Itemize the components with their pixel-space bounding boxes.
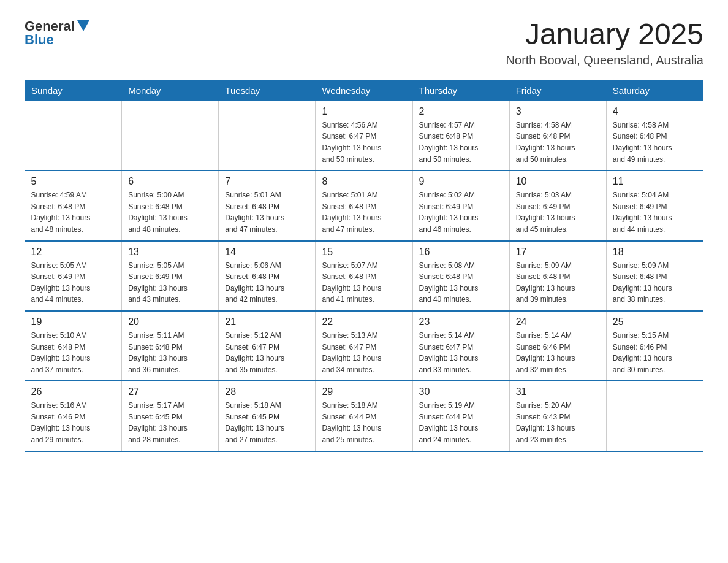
logo-arrow-icon	[77, 20, 89, 31]
day-number: 17	[516, 247, 600, 258]
calendar-header-saturday: Saturday	[606, 80, 703, 101]
day-number: 9	[419, 176, 503, 187]
calendar-header-row: SundayMondayTuesdayWednesdayThursdayFrid…	[25, 80, 703, 101]
calendar-cell: 30Sunrise: 5:19 AM Sunset: 6:44 PM Dayli…	[412, 381, 509, 451]
location-title: North Booval, Queensland, Australia	[506, 53, 703, 67]
calendar-cell: 18Sunrise: 5:09 AM Sunset: 6:48 PM Dayli…	[606, 241, 703, 311]
day-number: 31	[516, 386, 600, 397]
calendar-cell: 14Sunrise: 5:06 AM Sunset: 6:48 PM Dayli…	[219, 241, 316, 311]
day-info: Sunrise: 5:06 AM Sunset: 6:48 PM Dayligh…	[225, 260, 309, 305]
calendar-cell: 16Sunrise: 5:08 AM Sunset: 6:48 PM Dayli…	[412, 241, 509, 311]
day-number: 20	[128, 316, 212, 327]
calendar-cell: 20Sunrise: 5:11 AM Sunset: 6:48 PM Dayli…	[122, 311, 219, 381]
calendar-cell: 29Sunrise: 5:18 AM Sunset: 6:44 PM Dayli…	[316, 381, 412, 451]
calendar-cell: 4Sunrise: 4:58 AM Sunset: 6:48 PM Daylig…	[606, 101, 703, 170]
day-number: 4	[613, 106, 697, 117]
day-info: Sunrise: 5:05 AM Sunset: 6:49 PM Dayligh…	[31, 260, 116, 305]
logo: General Blue	[25, 18, 89, 48]
day-info: Sunrise: 5:10 AM Sunset: 6:48 PM Dayligh…	[31, 330, 116, 375]
day-number: 21	[225, 316, 309, 327]
calendar-cell: 27Sunrise: 5:17 AM Sunset: 6:45 PM Dayli…	[122, 381, 219, 451]
logo-blue-text: Blue	[25, 32, 54, 48]
day-info: Sunrise: 5:19 AM Sunset: 6:44 PM Dayligh…	[419, 400, 503, 445]
day-number: 27	[128, 386, 212, 397]
day-info: Sunrise: 4:58 AM Sunset: 6:48 PM Dayligh…	[613, 120, 697, 165]
calendar-cell	[25, 101, 122, 170]
day-number: 23	[419, 316, 503, 327]
calendar-week-row: 19Sunrise: 5:10 AM Sunset: 6:48 PM Dayli…	[25, 311, 703, 381]
day-info: Sunrise: 4:59 AM Sunset: 6:48 PM Dayligh…	[31, 190, 116, 235]
title-section: January 2025 North Booval, Queensland, A…	[506, 18, 703, 67]
calendar-cell: 22Sunrise: 5:13 AM Sunset: 6:47 PM Dayli…	[316, 311, 412, 381]
day-info: Sunrise: 4:58 AM Sunset: 6:48 PM Dayligh…	[516, 120, 600, 165]
calendar-week-row: 1Sunrise: 4:56 AM Sunset: 6:47 PM Daylig…	[25, 101, 703, 170]
calendar-header-friday: Friday	[509, 80, 606, 101]
day-number: 12	[31, 247, 116, 258]
day-info: Sunrise: 5:17 AM Sunset: 6:45 PM Dayligh…	[128, 400, 212, 445]
calendar-cell: 13Sunrise: 5:05 AM Sunset: 6:49 PM Dayli…	[122, 241, 219, 311]
calendar-cell: 12Sunrise: 5:05 AM Sunset: 6:49 PM Dayli…	[25, 241, 122, 311]
day-info: Sunrise: 5:15 AM Sunset: 6:46 PM Dayligh…	[613, 330, 697, 375]
calendar-cell	[606, 381, 703, 451]
calendar-header-thursday: Thursday	[412, 80, 509, 101]
day-number: 2	[419, 106, 503, 117]
day-number: 22	[322, 316, 406, 327]
day-info: Sunrise: 5:09 AM Sunset: 6:48 PM Dayligh…	[613, 260, 697, 305]
day-number: 24	[516, 316, 600, 327]
day-info: Sunrise: 5:20 AM Sunset: 6:43 PM Dayligh…	[516, 400, 600, 445]
day-info: Sunrise: 5:16 AM Sunset: 6:46 PM Dayligh…	[31, 400, 116, 445]
calendar-cell: 3Sunrise: 4:58 AM Sunset: 6:48 PM Daylig…	[509, 101, 606, 170]
day-number: 3	[516, 106, 600, 117]
day-info: Sunrise: 5:14 AM Sunset: 6:46 PM Dayligh…	[516, 330, 600, 375]
calendar-cell: 28Sunrise: 5:18 AM Sunset: 6:45 PM Dayli…	[219, 381, 316, 451]
calendar-cell: 10Sunrise: 5:03 AM Sunset: 6:49 PM Dayli…	[509, 170, 606, 240]
calendar-cell: 8Sunrise: 5:01 AM Sunset: 6:48 PM Daylig…	[316, 170, 412, 240]
day-info: Sunrise: 5:04 AM Sunset: 6:49 PM Dayligh…	[613, 190, 697, 235]
day-info: Sunrise: 5:11 AM Sunset: 6:48 PM Dayligh…	[128, 330, 212, 375]
calendar-cell: 7Sunrise: 5:01 AM Sunset: 6:48 PM Daylig…	[219, 170, 316, 240]
calendar-week-row: 5Sunrise: 4:59 AM Sunset: 6:48 PM Daylig…	[25, 170, 703, 240]
day-number: 16	[419, 247, 503, 258]
day-info: Sunrise: 5:14 AM Sunset: 6:47 PM Dayligh…	[419, 330, 503, 375]
calendar-cell: 25Sunrise: 5:15 AM Sunset: 6:46 PM Dayli…	[606, 311, 703, 381]
calendar-cell: 31Sunrise: 5:20 AM Sunset: 6:43 PM Dayli…	[509, 381, 606, 451]
day-number: 6	[128, 176, 212, 187]
calendar-cell	[122, 101, 219, 170]
day-info: Sunrise: 5:05 AM Sunset: 6:49 PM Dayligh…	[128, 260, 212, 305]
day-number: 19	[31, 316, 116, 327]
calendar-header-wednesday: Wednesday	[316, 80, 412, 101]
day-number: 8	[322, 176, 406, 187]
day-number: 28	[225, 386, 309, 397]
calendar-cell: 11Sunrise: 5:04 AM Sunset: 6:49 PM Dayli…	[606, 170, 703, 240]
day-info: Sunrise: 5:01 AM Sunset: 6:48 PM Dayligh…	[225, 190, 309, 235]
calendar-header-tuesday: Tuesday	[219, 80, 316, 101]
calendar-cell: 21Sunrise: 5:12 AM Sunset: 6:47 PM Dayli…	[219, 311, 316, 381]
calendar-cell: 26Sunrise: 5:16 AM Sunset: 6:46 PM Dayli…	[25, 381, 122, 451]
day-number: 7	[225, 176, 309, 187]
month-title: January 2025	[506, 18, 703, 51]
calendar-table: SundayMondayTuesdayWednesdayThursdayFrid…	[25, 80, 703, 452]
calendar-cell: 17Sunrise: 5:09 AM Sunset: 6:48 PM Dayli…	[509, 241, 606, 311]
day-info: Sunrise: 5:02 AM Sunset: 6:49 PM Dayligh…	[419, 190, 503, 235]
calendar-cell: 23Sunrise: 5:14 AM Sunset: 6:47 PM Dayli…	[412, 311, 509, 381]
day-info: Sunrise: 5:18 AM Sunset: 6:44 PM Dayligh…	[322, 400, 406, 445]
day-number: 25	[613, 316, 697, 327]
day-info: Sunrise: 5:03 AM Sunset: 6:49 PM Dayligh…	[516, 190, 600, 235]
day-number: 10	[516, 176, 600, 187]
day-number: 18	[613, 247, 697, 258]
day-info: Sunrise: 5:13 AM Sunset: 6:47 PM Dayligh…	[322, 330, 406, 375]
day-number: 13	[128, 247, 212, 258]
day-info: Sunrise: 5:12 AM Sunset: 6:47 PM Dayligh…	[225, 330, 309, 375]
day-info: Sunrise: 5:01 AM Sunset: 6:48 PM Dayligh…	[322, 190, 406, 235]
calendar-cell	[219, 101, 316, 170]
calendar-cell: 1Sunrise: 4:56 AM Sunset: 6:47 PM Daylig…	[316, 101, 412, 170]
day-number: 26	[31, 386, 116, 397]
calendar-cell: 24Sunrise: 5:14 AM Sunset: 6:46 PM Dayli…	[509, 311, 606, 381]
day-info: Sunrise: 5:00 AM Sunset: 6:48 PM Dayligh…	[128, 190, 212, 235]
day-number: 5	[31, 176, 116, 187]
day-number: 30	[419, 386, 503, 397]
day-number: 1	[322, 106, 406, 117]
day-info: Sunrise: 5:09 AM Sunset: 6:48 PM Dayligh…	[516, 260, 600, 305]
day-number: 15	[322, 247, 406, 258]
day-info: Sunrise: 4:57 AM Sunset: 6:48 PM Dayligh…	[419, 120, 503, 165]
